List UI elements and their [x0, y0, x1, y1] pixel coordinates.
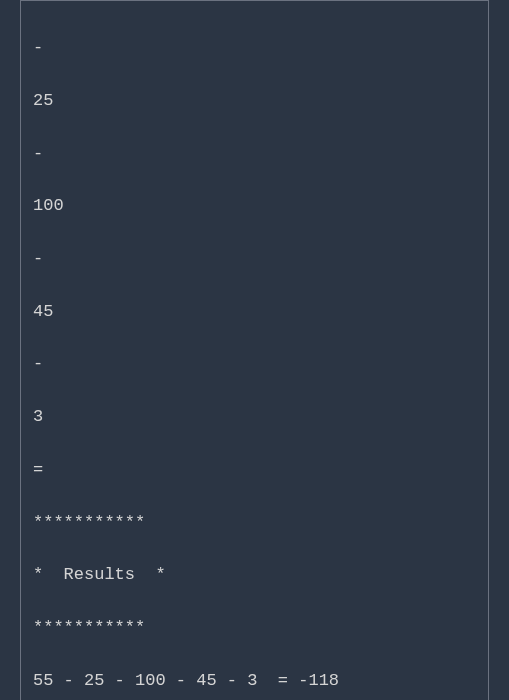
code-line: =	[33, 457, 476, 483]
code-line: 55 - 25 - 100 - 45 - 3 = -118	[33, 668, 476, 694]
code-block-1: - 25 - 100 - 45 - 3 = *********** * Resu…	[20, 0, 489, 700]
code-line: -	[33, 246, 476, 272]
code-line: * Results *	[33, 562, 476, 588]
code-line: 25	[33, 88, 476, 114]
code-line: -	[33, 351, 476, 377]
code-line: -	[33, 35, 476, 61]
code-line: ***********	[33, 510, 476, 536]
code-line: 45	[33, 299, 476, 325]
code-line: -	[33, 141, 476, 167]
code-line: 100	[33, 193, 476, 219]
code-line: ***********	[33, 615, 476, 641]
code-line: 3	[33, 404, 476, 430]
